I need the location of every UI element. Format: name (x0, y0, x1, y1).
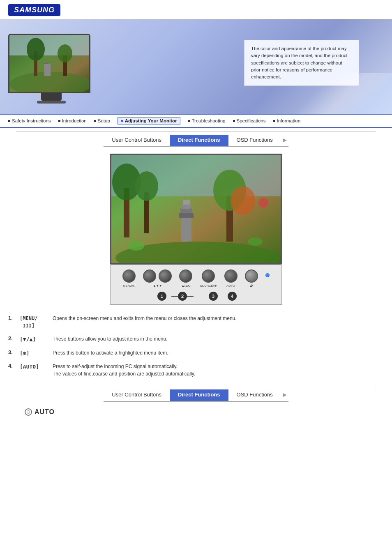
instr-code-4: [AUTO] (20, 363, 53, 371)
atoo-button[interactable] (179, 269, 192, 283)
control-panel: MENU/III ▲▼▼ ▲/100 SOURCE/⊕ (110, 265, 282, 305)
auto-button[interactable] (224, 269, 238, 283)
instr-text-2: These buttons allow you to adjust items … (53, 335, 168, 343)
tab-separator-top: ▶ (281, 135, 288, 146)
svg-point-28 (248, 237, 263, 246)
num-2: 2 (178, 292, 187, 301)
menu-button[interactable] (122, 269, 136, 283)
instr-code-3: [⊕] (20, 349, 53, 357)
divider-bottom (16, 386, 376, 386)
nav-item-troubleshoot[interactable]: Troubleshooting (188, 118, 225, 123)
tab-user-control-buttons-bottom[interactable]: User Control Buttons (104, 389, 170, 401)
svg-point-17 (135, 171, 158, 201)
source-label: SOURCE/⊕ (200, 284, 217, 288)
tab-separator-bottom: ▶ (281, 389, 288, 401)
nav-item-setup[interactable]: Setup (94, 118, 110, 123)
svg-rect-22 (183, 200, 190, 205)
nav-dot (94, 120, 96, 122)
auto-label: AUTO (35, 408, 55, 416)
instr-text-4: Press to self-adjust the incoming PC sig… (53, 363, 195, 378)
svg-rect-19 (179, 213, 194, 218)
banner-monitor (8, 34, 95, 101)
monitor-display (110, 154, 282, 265)
svg-rect-18 (181, 217, 191, 242)
monitor-screen (9, 35, 89, 92)
nav-dot (8, 120, 10, 122)
svg-point-7 (58, 44, 72, 62)
num-1: 1 (157, 292, 166, 301)
monitor-display-container: MENU/III ▲▼▼ ▲/100 SOURCE/⊕ (110, 154, 282, 305)
nav-item-info[interactable]: Information (273, 118, 301, 123)
tab-user-control-buttons-top[interactable]: User Control Buttons (104, 135, 170, 146)
up-button[interactable] (143, 269, 156, 283)
nav-dot (58, 120, 60, 122)
instruction-item-4: 4. [AUTO] Press to self-adjust the incom… (8, 363, 392, 378)
source-button[interactable] (202, 269, 215, 283)
instr-text-1: Opens the on-screen menu and exits from … (53, 315, 237, 322)
tab-direct-functions-top[interactable]: Direct Functions (170, 135, 228, 146)
auto-label: AUTO (226, 284, 235, 288)
tab-osd-functions-top[interactable]: OSD Functions (228, 135, 281, 146)
divider-top (16, 131, 376, 131)
nav-dot (273, 120, 275, 122)
nav-item-intro[interactable]: Introduction (58, 118, 87, 123)
instruction-item-1: 1. [MENU/ III] Opens the on-screen menu … (8, 315, 392, 329)
atoo-label: ▲/100 (181, 284, 190, 288)
instr-num-1: 1. (8, 315, 20, 321)
svg-point-26 (231, 186, 255, 215)
monitor-frame (8, 34, 90, 93)
svg-rect-2 (9, 35, 90, 55)
instr-text-3: Press this button to activate a highligh… (53, 349, 168, 357)
power-label: ⏻ (250, 284, 253, 288)
svg-point-29 (258, 198, 268, 207)
tab-osd-functions-bottom[interactable]: OSD Functions (228, 389, 281, 401)
instr-num-2: 2. (8, 335, 20, 341)
instr-code-1: [MENU/ III] (20, 315, 53, 329)
instruction-item-2: 2. [▼/▲] These buttons allow you to adju… (8, 335, 392, 343)
svg-point-5 (27, 38, 45, 61)
instr-code-2: [▼/▲] (20, 335, 53, 343)
svg-rect-8 (44, 64, 51, 76)
nav-item-specs[interactable]: Specifications (233, 118, 266, 123)
nav-dot (233, 120, 235, 122)
banner-wave (269, 73, 392, 114)
power-button[interactable] (245, 269, 258, 283)
instr-num-3: 3. (8, 349, 20, 355)
header: SAMSUNG (0, 0, 392, 16)
instructions-list: 1. [MENU/ III] Opens the on-screen menu … (8, 315, 392, 378)
auto-section: AUTO (25, 408, 392, 416)
svg-point-27 (128, 241, 144, 251)
instruction-item-3: 3. [⊕] Press this button to activate a h… (8, 349, 392, 357)
instr-num-4: 4. (8, 363, 20, 369)
nav-item-safety[interactable]: Safety Instructions (8, 118, 51, 123)
num-3: 3 (209, 292, 218, 301)
nav-dot (121, 120, 123, 122)
updown-label: ▲▼▼ (153, 284, 162, 288)
banner: The color and appearance of the product … (0, 19, 392, 114)
buttons-row: MENU/III ▲▼▼ ▲/100 SOURCE/⊕ (122, 269, 269, 288)
down-button[interactable] (159, 269, 172, 283)
samsung-logo: SAMSUNG (8, 4, 60, 16)
tab-direct-functions-bottom[interactable]: Direct Functions (170, 389, 228, 401)
nav-dot (188, 120, 190, 122)
nav-item-adjusting[interactable]: Adjusting Your Monitor (118, 117, 181, 124)
nav-bar: Safety Instructions Introduction Setup A… (0, 114, 392, 128)
menu-label: MENU/III (123, 284, 135, 288)
led-indicator (265, 273, 270, 277)
num-4: 4 (228, 292, 237, 301)
